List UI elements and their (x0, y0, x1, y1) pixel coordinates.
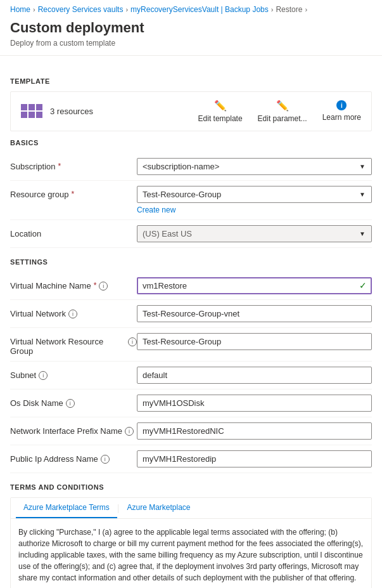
os-disk-control (137, 395, 372, 412)
subscription-control: <subscription-name> ▼ (137, 158, 372, 175)
terms-card: Azure Marketplace Terms | Azure Marketpl… (10, 497, 372, 588)
breadcrumb-vault[interactable]: myRecoveryServicesVault | Backup Jobs (131, 5, 269, 14)
basics-section-label: BASICS (10, 139, 372, 147)
edit-parameters-label: Edit paramet... (258, 114, 307, 123)
subnet-info-icon[interactable]: i (39, 371, 48, 380)
location-row: Location (US) East US ▼ (10, 220, 372, 248)
location-label: Location (10, 225, 137, 238)
subnet-row: Subnet i (10, 362, 372, 389)
page-header: Custom deployment Deploy from a custom t… (0, 16, 382, 56)
terms-tab-azure[interactable]: Azure Marketplace (119, 498, 198, 518)
edit-template-label: Edit template (198, 114, 243, 123)
vnet-rg-info-icon[interactable]: i (128, 337, 137, 346)
settings-section-label: SETTINGS (10, 258, 372, 266)
edit-template-button[interactable]: ✏️ Edit template (198, 100, 243, 123)
vm-name-input-wrapper: ✓ (137, 277, 372, 294)
vnet-row: Virtual Network i (10, 300, 372, 328)
vm-name-row: Virtual Machine Name * i ✓ (10, 272, 372, 300)
subnet-input[interactable] (137, 367, 372, 384)
learn-more-button[interactable]: i Learn more (322, 100, 361, 122)
public-ip-input[interactable] (137, 450, 372, 467)
terms-section-label: TERMS AND CONDITIONS (10, 483, 372, 491)
public-ip-info-icon[interactable]: i (101, 455, 110, 464)
vnet-control (137, 305, 372, 322)
breadcrumb-sep-3: › (271, 6, 274, 13)
nic-prefix-control (137, 422, 372, 440)
vnet-label: Virtual Network i (10, 305, 137, 318)
vm-name-check-icon: ✓ (359, 280, 367, 291)
template-card: 3 resources ✏️ Edit template ✏️ Edit par… (10, 91, 372, 131)
page-title: Custom deployment (10, 19, 372, 37)
public-ip-row: Public Ip Address Name i (10, 445, 372, 473)
resource-group-row: Resource group * Test-Resource-Group ▼ C… (10, 181, 372, 220)
breadcrumb-restore: Restore (276, 5, 302, 14)
breadcrumb-sep-1: › (33, 6, 35, 13)
main-content: TEMPLATE 3 resources ✏️ Edit template ✏️… (0, 56, 382, 588)
resource-group-select-wrapper: Test-Resource-Group ▼ (137, 186, 372, 203)
subnet-control (137, 367, 372, 384)
subnet-label: Subnet i (10, 367, 137, 380)
edit-parameters-button[interactable]: ✏️ Edit paramet... (258, 100, 307, 123)
os-disk-row: Os Disk Name i (10, 389, 372, 417)
os-disk-info-icon[interactable]: i (66, 399, 75, 408)
create-new-link[interactable]: Create new (137, 206, 175, 214)
vnet-rg-row: Virtual Network Resource Group i (10, 328, 372, 362)
template-icon (21, 104, 42, 118)
terms-tab-marketplace[interactable]: Azure Marketplace Terms (16, 498, 117, 518)
vnet-rg-label: Virtual Network Resource Group i (10, 333, 137, 356)
page-subtitle: Deploy from a custom template (10, 39, 372, 48)
breadcrumb: Home › Recovery Services vaults › myReco… (0, 0, 382, 16)
breadcrumb-home[interactable]: Home (10, 5, 30, 14)
template-section-label: TEMPLATE (10, 77, 372, 85)
vm-name-control: ✓ (137, 277, 372, 294)
resource-group-label: Resource group * (10, 186, 137, 199)
breadcrumb-sep-2: › (125, 6, 128, 13)
terms-text: By clicking "Purchase," I (a) agree to t… (18, 526, 364, 584)
vm-name-info-icon[interactable]: i (99, 282, 108, 291)
location-select[interactable]: (US) East US (137, 225, 372, 242)
breadcrumb-sep-4: › (305, 6, 307, 13)
resource-group-control: Test-Resource-Group ▼ Create new (137, 186, 372, 214)
learn-more-label: Learn more (322, 113, 361, 122)
resource-group-select[interactable]: Test-Resource-Group (137, 186, 372, 203)
subscription-row: Subscription * <subscription-name> ▼ (10, 153, 372, 181)
public-ip-control (137, 450, 372, 467)
template-actions: ✏️ Edit template ✏️ Edit paramet... i Le… (198, 100, 361, 123)
nic-prefix-info-icon[interactable]: i (125, 427, 134, 436)
vm-name-required: * (94, 281, 97, 290)
vnet-info-icon[interactable]: i (68, 310, 77, 318)
public-ip-label: Public Ip Address Name i (10, 450, 137, 464)
subscription-select-wrapper: <subscription-name> ▼ (137, 158, 372, 175)
vnet-rg-control (137, 333, 372, 350)
pencil-icon-1: ✏️ (214, 100, 227, 112)
terms-content: By clicking "Purchase," I (a) agree to t… (11, 519, 371, 588)
vm-name-label: Virtual Machine Name * i (10, 277, 137, 291)
location-control: (US) East US ▼ (137, 225, 372, 242)
nic-prefix-row: Network Interface Prefix Name i (10, 417, 372, 445)
breadcrumb-recovery[interactable]: Recovery Services vaults (38, 5, 124, 14)
vm-name-input[interactable] (137, 277, 372, 294)
vnet-input[interactable] (137, 305, 372, 322)
subscription-label: Subscription * (10, 158, 137, 171)
vnet-rg-input[interactable] (137, 333, 372, 350)
os-disk-input[interactable] (137, 395, 372, 412)
info-icon: i (336, 100, 347, 110)
subscription-select[interactable]: <subscription-name> (137, 158, 372, 175)
resource-group-required: * (72, 190, 75, 199)
template-resources-count: 3 resources (50, 107, 191, 116)
pencil-icon-2: ✏️ (276, 100, 289, 112)
location-select-wrapper: (US) East US ▼ (137, 225, 372, 242)
terms-tabs: Azure Marketplace Terms | Azure Marketpl… (11, 498, 371, 519)
nic-prefix-label: Network Interface Prefix Name i (10, 422, 137, 436)
nic-prefix-input[interactable] (137, 422, 372, 440)
os-disk-label: Os Disk Name i (10, 395, 137, 408)
subscription-required: * (58, 162, 61, 171)
